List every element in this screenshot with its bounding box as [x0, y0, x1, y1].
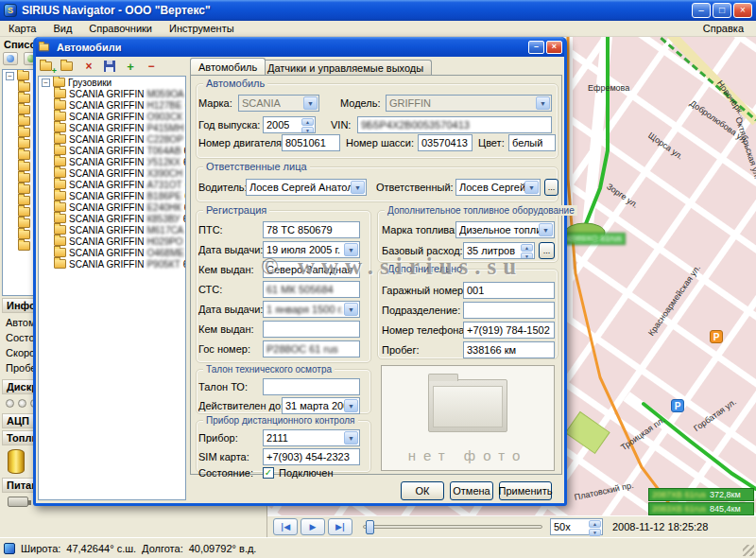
tab-sensors[interactable]: Датчики и управляемые выходы — [259, 60, 432, 75]
mileage-field[interactable]: 338166 км — [463, 341, 555, 358]
driver-select[interactable]: Лосев Сергей Анатоль▼ — [246, 179, 367, 196]
chevron-down-icon[interactable]: ▼ — [351, 181, 365, 194]
vehicle-tree-item[interactable]: SCANIA GRIFFIN Н029РО 61rus — [39, 235, 185, 247]
chevron-down-icon[interactable]: ▼ — [524, 181, 539, 194]
vehicle-tree-item[interactable]: SCANIA GRIFFIN Е240НК 61rus — [39, 201, 185, 213]
spinner[interactable]: ▲▼ — [301, 118, 314, 131]
base-consumption-stepper[interactable]: 35 литров ▲▼ — [463, 242, 535, 259]
view-icon[interactable] — [3, 52, 18, 65]
sim-field[interactable]: +7(903) 454-2323 — [263, 448, 360, 465]
vehicle-tree-item[interactable]: SCANIA GRIFFIN О468МЕ 61rus — [39, 247, 185, 258]
valid-until-picker[interactable]: 31 марта 2009 г.▼ — [282, 397, 360, 414]
ok-button[interactable]: ОК — [401, 481, 444, 500]
vehicle-tree-item[interactable]: SCANIA GRIFFIN К853ВУ 61rus — [39, 213, 185, 224]
pts-date-picker[interactable]: 19 июля 2005 г.▼ — [263, 241, 360, 258]
slider-thumb[interactable] — [366, 520, 374, 534]
step-back-icon[interactable]: |◀ — [273, 518, 298, 535]
collapse-icon[interactable]: − — [42, 78, 50, 87]
connected-checkbox[interactable]: ✓ — [263, 467, 274, 479]
dialog-minimize-button[interactable]: – — [528, 41, 544, 54]
garage-number-field[interactable]: 001 — [463, 282, 555, 299]
mileage-label: Пробег: — [382, 344, 420, 356]
remove-vehicle-button[interactable]: − — [142, 58, 161, 75]
responsible-select[interactable]: Лосев Сергей Анатоль▼ — [455, 179, 541, 196]
pts-field[interactable]: 78 ТС 850679 — [263, 221, 360, 238]
vehicle-distance-badge[interactable]: 2083ХВ 61rus 845,4км — [648, 502, 754, 515]
menu-map[interactable]: Карта — [0, 22, 44, 35]
vehicle-tree-item[interactable]: SCANIA GRIFFIN М059ОА 61rus — [39, 88, 185, 99]
phone-number-field[interactable]: +7(919) 784-1502 — [463, 322, 555, 339]
minimize-button[interactable]: – — [692, 3, 711, 18]
gov-plate-field[interactable]: Р288ОС 61 rus — [263, 340, 360, 357]
dialog-close-button[interactable]: × — [546, 41, 562, 54]
menu-help[interactable]: Справка — [695, 22, 752, 35]
maximize-button[interactable]: □ — [713, 3, 731, 18]
device-select[interactable]: 2111▼ — [263, 429, 360, 446]
menu-view[interactable]: Вид — [44, 22, 80, 35]
spinner[interactable]: ▲▼ — [521, 244, 533, 257]
add-vehicle-button[interactable]: + — [121, 58, 140, 75]
vehicle-tree-item[interactable]: SCANIA GRIFFIN А731ОТ 61rus — [39, 179, 185, 190]
chevron-down-icon[interactable]: ▼ — [344, 303, 358, 316]
chevron-down-icon[interactable]: ▼ — [344, 399, 358, 412]
vehicle-tree-item[interactable]: SCANIA GRIFFIN Р415МН 61rus — [39, 122, 185, 133]
model-select[interactable]: GRIFFIN▼ — [386, 95, 552, 112]
vehicle-folder-icon — [54, 191, 66, 201]
play-icon[interactable]: ▶ — [301, 518, 325, 535]
vehicle-tree-item[interactable]: SCANIA GRIFFIN Х390СН 61rus — [39, 167, 185, 179]
vehicle-marker-label[interactable]: Х089ХО 61rus — [562, 233, 626, 245]
folder-icon — [53, 78, 65, 87]
menu-tools[interactable]: Инструменты — [161, 22, 243, 35]
tab-vehicle[interactable]: Автомобиль — [190, 58, 266, 75]
vehicle-tree-item[interactable]: SCANIA GRIFFIN О903СК 61rus — [39, 111, 185, 122]
pts-issuer-field[interactable]: Северо-Западная акционерн — [263, 261, 360, 278]
collapse-icon[interactable]: − — [6, 72, 14, 80]
vin-field[interactable]: 9Б5Р4Х2В0053570413 — [357, 116, 552, 133]
sts-date-picker[interactable]: 1 января 1500 г.▼ — [263, 301, 360, 318]
vehicle-tree-item[interactable]: SCANIA GRIFFIN Т064АВ 61rus — [39, 145, 185, 156]
speed-select[interactable]: 50x ▲▼ — [550, 518, 603, 535]
vehicle-tree-item[interactable]: SCANIA GRIFFIN У512КХ 61rus — [39, 156, 185, 167]
chevron-down-icon[interactable]: ▼ — [536, 96, 550, 110]
brand-select[interactable]: SCANIA▼ — [238, 95, 319, 112]
vehicle-folder-icon — [54, 123, 66, 132]
save-button[interactable] — [100, 58, 119, 75]
vehicle-tree-item[interactable]: SCANIA GRIFFIN Р905КТ 61rus — [39, 258, 185, 270]
resize-grip[interactable] — [743, 545, 754, 556]
dialog-title: Автомобили — [57, 42, 526, 53]
chevron-down-icon[interactable]: ▼ — [539, 223, 553, 236]
parking-icon[interactable]: P — [710, 330, 723, 343]
consumption-more-button[interactable]: ... — [539, 242, 555, 259]
dialog-vehicle-tree[interactable]: − Грузовики SCANIA GRIFFIN М059ОА 61rus — [38, 76, 186, 500]
cancel-button[interactable]: Отмена — [450, 481, 493, 500]
inspection-ticket-field[interactable] — [263, 378, 360, 395]
step-forward-icon[interactable]: ▶| — [328, 518, 352, 535]
vehicle-distance-badge[interactable]: 2087ХВ 61rus 372,8км — [648, 488, 754, 501]
vehicle-tree-item[interactable]: SCANIA GRIFFIN Н127ВЕ 61rus — [39, 99, 185, 111]
vehicle-tree-item[interactable]: SCANIA GRIFFIN М617СА 61rus — [39, 224, 185, 235]
delete-button[interactable]: × — [79, 58, 98, 75]
parking-icon[interactable]: P — [671, 399, 684, 412]
engine-number-field[interactable]: 8051061 — [282, 134, 340, 151]
open-folder-button[interactable] — [59, 58, 77, 75]
menu-directories[interactable]: Справочники — [80, 22, 161, 35]
color-field[interactable]: белый — [508, 134, 556, 151]
speed-spinner[interactable]: ▲▼ — [589, 520, 601, 533]
sts-issuer-field[interactable] — [263, 321, 360, 338]
responsible-more-button[interactable]: ... — [544, 179, 558, 196]
year-stepper[interactable]: 2005 ▲▼ — [263, 116, 316, 133]
tree-root[interactable]: − Грузовики — [39, 77, 185, 88]
chevron-down-icon[interactable]: ▼ — [303, 96, 318, 110]
chassis-number-field[interactable]: 03570413 — [418, 134, 472, 151]
sts-field[interactable]: 61 МК 505684 — [263, 281, 360, 298]
close-button[interactable]: × — [733, 3, 752, 18]
chevron-down-icon[interactable]: ▼ — [344, 243, 358, 256]
division-field[interactable] — [463, 302, 555, 319]
chevron-down-icon[interactable]: ▼ — [344, 431, 358, 445]
new-group-button[interactable]: + — [38, 58, 57, 75]
vehicle-tree-item[interactable]: SCANIA GRIFFIN С228ОР 61rus — [39, 133, 185, 145]
fuel-brand-select[interactable]: Дизельное топливо▼ — [455, 221, 555, 238]
timeline-slider[interactable] — [363, 525, 542, 529]
apply-button[interactable]: Применить — [499, 481, 552, 500]
vehicle-tree-item[interactable]: SCANIA GRIFFIN В186РЕ 61rus — [39, 190, 185, 201]
